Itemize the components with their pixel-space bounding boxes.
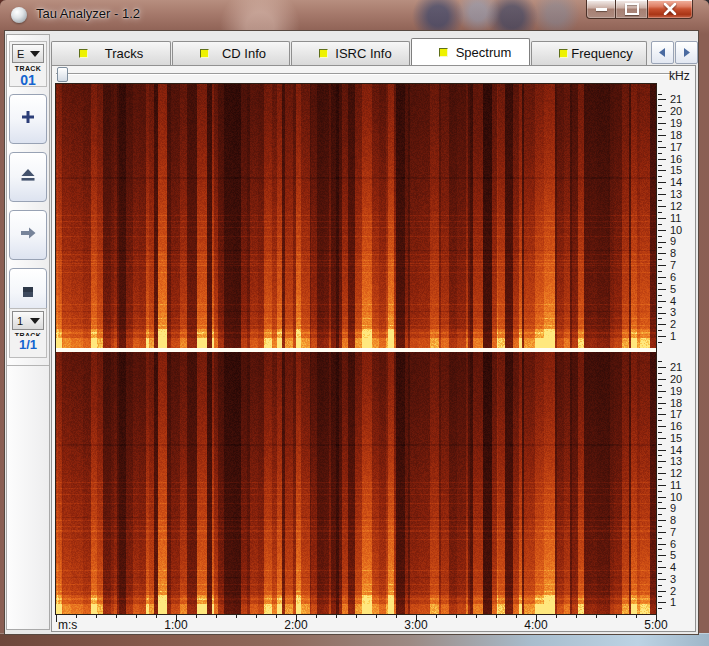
freq-tick bbox=[658, 561, 662, 562]
track-count-caption: TRACK bbox=[10, 332, 46, 336]
time-tick bbox=[116, 614, 117, 618]
freq-tick-label: 2 bbox=[670, 585, 694, 597]
freq-tick bbox=[658, 367, 666, 368]
freq-tick-label: 15 bbox=[670, 164, 694, 176]
freq-tick bbox=[658, 444, 662, 445]
sidebar-button-plus[interactable] bbox=[9, 94, 47, 144]
freq-tick bbox=[658, 301, 666, 302]
freq-tick bbox=[658, 283, 662, 284]
speed-select[interactable]: 1 bbox=[12, 311, 44, 330]
stop-icon bbox=[22, 284, 34, 302]
time-tick bbox=[136, 614, 137, 618]
freq-tick bbox=[658, 176, 662, 177]
freq-tick-label: 10 bbox=[670, 491, 694, 503]
freq-tick bbox=[658, 549, 662, 550]
freq-tick-label: 8 bbox=[670, 514, 694, 526]
tab-tracks[interactable]: Tracks bbox=[51, 41, 171, 65]
spectrogram bbox=[55, 83, 657, 615]
freq-tick-label: 1 bbox=[670, 596, 694, 608]
position-slider-thumb[interactable] bbox=[57, 67, 68, 82]
titlebar[interactable]: Tau Analyzer - 1.2 bbox=[0, 0, 709, 30]
freq-tick bbox=[658, 247, 662, 248]
minimize-button[interactable] bbox=[586, 0, 616, 19]
freq-tick bbox=[658, 479, 662, 480]
tab-label: CD Info bbox=[209, 46, 279, 61]
freq-tick bbox=[658, 200, 662, 201]
freq-tick-label: 21 bbox=[670, 93, 694, 105]
freq-tick bbox=[658, 129, 662, 130]
time-tick bbox=[336, 614, 337, 618]
freq-tick bbox=[658, 330, 662, 331]
freq-tick bbox=[658, 271, 662, 272]
freq-tick bbox=[658, 573, 662, 574]
time-tick bbox=[456, 614, 457, 618]
tab-spectrum[interactable]: Spectrum bbox=[411, 38, 530, 65]
freq-tick bbox=[658, 555, 666, 556]
freq-tick-label: 1 bbox=[670, 330, 694, 342]
freq-tick-label: 15 bbox=[670, 432, 694, 444]
time-tick-label: 1:00 bbox=[154, 618, 198, 632]
freq-tick-label: 14 bbox=[670, 444, 694, 456]
freq-tick bbox=[658, 212, 662, 213]
sidebar-button-eject[interactable] bbox=[9, 152, 47, 202]
chevron-down-icon bbox=[30, 318, 40, 324]
freq-tick bbox=[658, 111, 666, 112]
close-button[interactable] bbox=[647, 0, 693, 19]
freq-tick bbox=[658, 342, 662, 343]
freq-tick bbox=[658, 585, 662, 586]
freq-tick bbox=[658, 165, 662, 166]
freq-tick bbox=[658, 318, 662, 319]
freq-tick bbox=[658, 259, 662, 260]
freq-tick bbox=[658, 420, 662, 421]
tab-indicator-icon bbox=[439, 48, 448, 57]
maximize-button[interactable] bbox=[616, 0, 647, 19]
tab-scroll-right-button[interactable] bbox=[675, 41, 698, 64]
freq-tick bbox=[658, 538, 662, 539]
freq-tick bbox=[658, 289, 666, 290]
freq-tick-label: 17 bbox=[670, 408, 694, 420]
spectrogram-channel-1 bbox=[56, 84, 656, 348]
freq-unit-label: kHz bbox=[669, 69, 690, 83]
freq-tick bbox=[658, 242, 666, 243]
freq-tick-label: 7 bbox=[670, 526, 694, 538]
freq-tick bbox=[658, 473, 666, 474]
client-area: E TRACK 01 1 TRACK 1/1 bbox=[4, 30, 699, 635]
track-number: 01 bbox=[10, 72, 46, 88]
freq-tick-label: 9 bbox=[670, 502, 694, 514]
freq-tick bbox=[658, 206, 666, 207]
freq-tick bbox=[658, 295, 662, 296]
time-tick bbox=[356, 614, 357, 618]
tab-cd-info[interactable]: CD Info bbox=[172, 41, 290, 65]
chevron-left-icon bbox=[658, 48, 667, 57]
freq-tick bbox=[658, 467, 662, 468]
freq-tick bbox=[658, 391, 666, 392]
tab-label: ISRC Info bbox=[328, 46, 399, 61]
tab-scroll-left-button[interactable] bbox=[651, 41, 674, 64]
time-tick bbox=[496, 614, 497, 618]
freq-tick bbox=[658, 224, 662, 225]
freq-tick bbox=[658, 403, 666, 404]
freq-tick bbox=[658, 265, 666, 266]
freq-tick bbox=[658, 94, 662, 95]
freq-tick-label: 11 bbox=[670, 212, 694, 224]
freq-tick bbox=[658, 532, 666, 533]
position-slider-track[interactable] bbox=[56, 73, 689, 75]
freq-tick-label: 8 bbox=[670, 247, 694, 259]
time-tick-label: 5:00 bbox=[634, 618, 678, 632]
freq-tick bbox=[658, 153, 662, 154]
freq-tick bbox=[658, 182, 666, 183]
freq-tick-label: 13 bbox=[670, 455, 694, 467]
freq-tick bbox=[658, 147, 666, 148]
freq-tick-label: 10 bbox=[670, 224, 694, 236]
arrow-right-icon bbox=[19, 226, 37, 244]
freq-tick bbox=[658, 450, 666, 451]
sidebar-button-play[interactable] bbox=[9, 210, 47, 260]
freq-tick bbox=[658, 426, 666, 427]
freq-tick bbox=[658, 159, 666, 160]
freq-tick bbox=[658, 567, 666, 568]
drive-select[interactable]: E bbox=[12, 44, 44, 63]
tab-isrc-info[interactable]: ISRC Info bbox=[291, 41, 410, 65]
tab-frequency[interactable]: Frequency bbox=[531, 41, 647, 65]
freq-tick-label: 6 bbox=[670, 271, 694, 283]
freq-tick bbox=[658, 135, 666, 136]
